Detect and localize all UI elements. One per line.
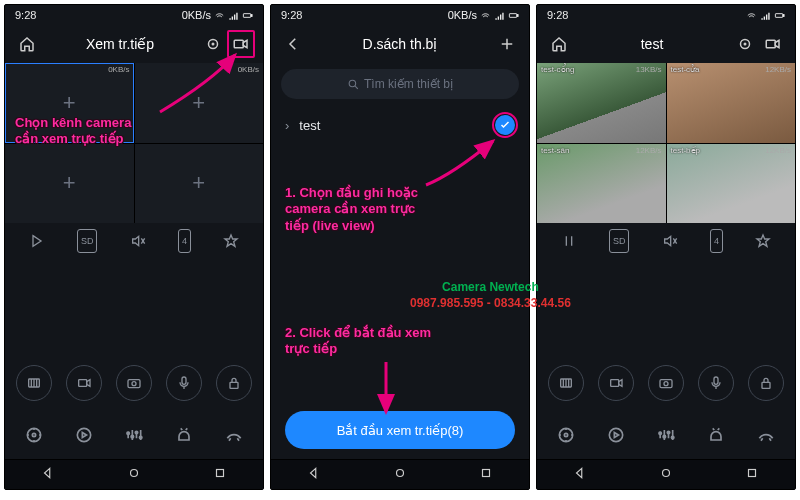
status-net: 0KB/s — [448, 9, 477, 21]
status-time: 9:28 — [281, 9, 302, 21]
status-bar: 9:28 — [537, 5, 795, 25]
playback-button[interactable] — [74, 425, 94, 449]
mute-button[interactable] — [123, 229, 153, 253]
svg-point-28 — [744, 43, 746, 45]
camera-select-button[interactable] — [759, 30, 787, 58]
alarm-button[interactable] — [706, 425, 726, 449]
ptz-button[interactable] — [556, 425, 576, 449]
device-name: test — [299, 118, 320, 133]
nav-back[interactable] — [41, 466, 55, 484]
svg-rect-1 — [251, 14, 252, 16]
camera-grid: test-cổng 13KB/s test-cửa 12KB/s test-sâ… — [537, 63, 795, 223]
svg-rect-4 — [234, 40, 243, 48]
svg-point-33 — [664, 382, 668, 386]
wiper-button[interactable] — [756, 425, 776, 449]
play-button[interactable] — [22, 229, 52, 253]
record-video-button[interactable] — [16, 365, 52, 401]
control-row: SD 4 — [537, 223, 795, 259]
camera-slot[interactable]: 0KB/s + — [5, 63, 134, 143]
camera-label: test-cửa — [671, 65, 700, 74]
talk-button[interactable] — [698, 365, 734, 401]
layout-button[interactable]: 4 — [710, 229, 723, 253]
home-button[interactable] — [545, 30, 573, 58]
device-check[interactable] — [495, 115, 515, 135]
lock-button[interactable] — [748, 365, 784, 401]
favorite-button[interactable] — [748, 229, 778, 253]
snapshot-button[interactable] — [648, 365, 684, 401]
nav-recent[interactable] — [479, 466, 493, 484]
pause-button[interactable] — [554, 229, 584, 253]
camera-slot[interactable]: + — [135, 144, 264, 224]
target-button[interactable] — [199, 30, 227, 58]
status-bar: 9:28 0KB/s — [271, 5, 529, 25]
device-row[interactable]: › test — [271, 105, 529, 145]
app-bar: Xem tr.tiếp — [5, 25, 263, 63]
bitrate-label: 0KB/s — [238, 65, 259, 74]
start-btn-label: Bắt đầu xem tr.tiếp(8) — [337, 423, 464, 438]
quality-button[interactable]: SD — [609, 229, 630, 253]
search-placeholder: Tìm kiếm thiết bị — [364, 77, 453, 91]
svg-rect-34 — [714, 377, 718, 384]
record-video-button[interactable] — [548, 365, 584, 401]
camera-slot[interactable]: test-sân 12KB/s — [537, 144, 666, 224]
android-nav — [5, 459, 263, 489]
settings-button[interactable] — [656, 425, 676, 449]
svg-point-36 — [559, 428, 572, 441]
svg-rect-21 — [517, 14, 518, 16]
camera-slot[interactable]: 0KB/s + — [135, 63, 264, 143]
add-icon: + — [192, 170, 205, 196]
svg-rect-7 — [128, 380, 140, 388]
nav-back[interactable] — [573, 466, 587, 484]
svg-point-13 — [77, 428, 90, 441]
camera-grid: 0KB/s + 0KB/s + + + — [5, 63, 263, 223]
playback-button[interactable] — [606, 425, 626, 449]
wiper-button[interactable] — [224, 425, 244, 449]
favorite-button[interactable] — [216, 229, 246, 253]
settings-button[interactable] — [124, 425, 144, 449]
camera-slot[interactable]: test-cửa 12KB/s — [667, 63, 796, 143]
mute-button[interactable] — [655, 229, 685, 253]
target-button[interactable] — [731, 30, 759, 58]
svg-rect-29 — [766, 40, 775, 48]
svg-rect-44 — [749, 469, 756, 476]
layout-button[interactable]: 4 — [178, 229, 191, 253]
svg-rect-24 — [483, 469, 490, 476]
nav-home[interactable] — [659, 466, 673, 484]
svg-rect-10 — [230, 382, 238, 388]
svg-rect-9 — [182, 377, 186, 384]
lock-button[interactable] — [216, 365, 252, 401]
svg-rect-0 — [243, 13, 250, 17]
nav-recent[interactable] — [213, 466, 227, 484]
home-button[interactable] — [13, 30, 41, 58]
start-liveview-button[interactable]: Bắt đầu xem tr.tiếp(8) — [285, 411, 515, 449]
talk-button[interactable] — [166, 365, 202, 401]
nav-back[interactable] — [307, 466, 321, 484]
camera-slot[interactable]: test-cổng 13KB/s — [537, 63, 666, 143]
camera-slot[interactable]: + — [5, 144, 134, 224]
camera-slot[interactable]: test-bếp 12KB/s — [667, 144, 796, 224]
nav-home[interactable] — [127, 466, 141, 484]
record-button[interactable] — [598, 365, 634, 401]
quality-button[interactable]: SD — [77, 229, 98, 253]
app-bar: D.sách th.bị — [271, 25, 529, 63]
add-device-button[interactable] — [493, 30, 521, 58]
back-button[interactable] — [279, 30, 307, 58]
status-time: 9:28 — [547, 9, 568, 21]
snapshot-button[interactable] — [116, 365, 152, 401]
action-row — [5, 351, 263, 415]
alarm-button[interactable] — [174, 425, 194, 449]
status-time: 9:28 — [15, 9, 36, 21]
wifi-icon — [746, 10, 757, 21]
search-input[interactable]: Tìm kiếm thiết bị — [281, 69, 519, 99]
camera-select-button[interactable] — [227, 30, 255, 58]
app-bar: test — [537, 25, 795, 63]
record-button[interactable] — [66, 365, 102, 401]
page-title: Xem tr.tiếp — [41, 36, 199, 52]
phone-screen-live-empty: 9:28 0KB/s Xem tr.tiếp 0KB/s + — [4, 4, 264, 490]
svg-rect-31 — [611, 380, 619, 387]
ptz-button[interactable] — [24, 425, 44, 449]
nav-home[interactable] — [393, 466, 407, 484]
nav-recent[interactable] — [745, 466, 759, 484]
svg-rect-20 — [509, 13, 516, 17]
control-row: SD 4 — [5, 223, 263, 259]
